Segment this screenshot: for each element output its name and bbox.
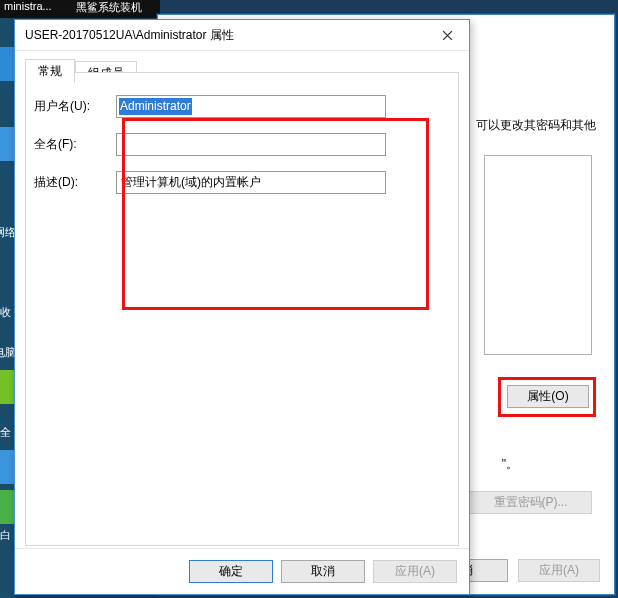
tab-general[interactable]: 常规 [25, 59, 75, 83]
tab-pane-general: 用户名(U): Administrator 全名(F): 描述(D): [25, 72, 459, 546]
description-input[interactable] [116, 171, 386, 194]
titlebar[interactable]: USER-20170512UA\Administrator 属性 [15, 20, 469, 50]
close-icon [442, 30, 453, 41]
reset-password-button: 重置密码(P)... [469, 491, 592, 514]
taskbar-item[interactable]: 黑鲨系统装机 [76, 0, 142, 16]
text-fragment: "。 [502, 456, 518, 473]
admin-properties-dialog: USER-20170512UA\Administrator 属性 常规 组成员 … [14, 19, 470, 595]
close-button[interactable] [425, 21, 469, 49]
dialog-title: USER-20170512UA\Administrator 属性 [25, 27, 234, 44]
username-label: 用户名(U): [34, 98, 116, 115]
taskbar-item[interactable]: ministra... [4, 0, 52, 16]
users-listbox[interactable] [484, 155, 592, 355]
fullname-label: 全名(F): [34, 136, 116, 153]
properties-button[interactable]: 属性(O) [507, 385, 589, 408]
apply-button: 应用(A) [373, 560, 457, 583]
hint-text: 可以更改其密码和其他 [476, 117, 596, 134]
fullname-input[interactable] [116, 133, 386, 156]
username-input[interactable] [116, 95, 386, 118]
cancel-button[interactable]: 取消 [281, 560, 365, 583]
taskbar: ministra... 黑鲨系统装机 [0, 0, 160, 18]
description-label: 描述(D): [34, 174, 116, 191]
dialog-buttons: 确定 取消 应用(A) [15, 548, 469, 594]
parent-apply-button: 应用(A) [518, 559, 600, 582]
ok-button[interactable]: 确定 [189, 560, 273, 583]
